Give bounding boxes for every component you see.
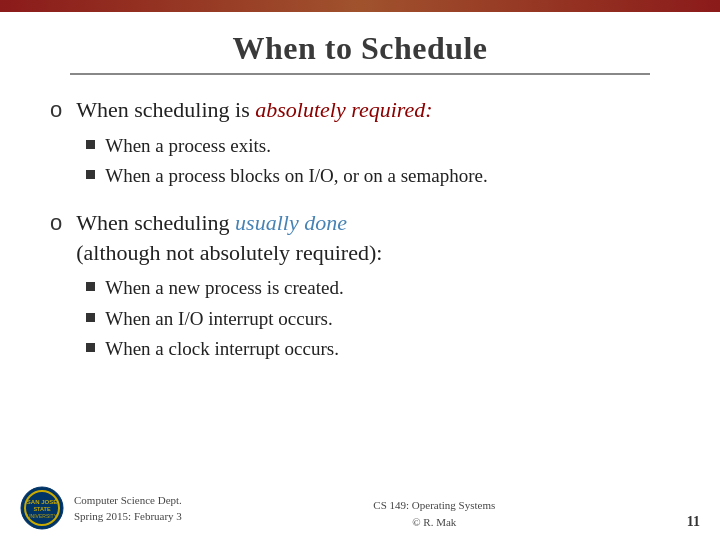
sub-bullet-square bbox=[86, 343, 95, 352]
sub-bullet-text-1-1: When a process exits. bbox=[105, 133, 271, 160]
sub-bullet-text-2-2: When an I/O interrupt occurs. bbox=[105, 306, 332, 333]
sub-bullet-text-1-2: When a process blocks on I/O, or on a se… bbox=[105, 163, 488, 190]
bullet-main-text-2: When scheduling usually done (although n… bbox=[76, 208, 670, 267]
sub-bullet-text-2-1: When a new process is created. bbox=[105, 275, 343, 302]
footer-dept: Computer Science Dept. Spring 2015: Febr… bbox=[74, 492, 182, 525]
sub-bullet-item: When a process blocks on I/O, or on a se… bbox=[86, 163, 670, 190]
content-area: o When scheduling is absolutely required… bbox=[0, 85, 720, 478]
title-area: When to Schedule bbox=[0, 12, 720, 85]
sub-bullet-item: When an I/O interrupt occurs. bbox=[86, 306, 670, 333]
bullet-section-1: o When scheduling is absolutely required… bbox=[50, 95, 670, 190]
sub-bullet-item: When a clock interrupt occurs. bbox=[86, 336, 670, 363]
bullet2-prefix: When scheduling bbox=[76, 210, 235, 235]
bullet-main-text-1: When scheduling is absolutely required: bbox=[76, 95, 670, 125]
sub-bullet-square bbox=[86, 313, 95, 322]
svg-text:SAN JOSÉ: SAN JOSÉ bbox=[27, 498, 57, 505]
sub-bullet-item: When a process exits. bbox=[86, 133, 670, 160]
top-bar bbox=[0, 0, 720, 12]
footer: SAN JOSÉ STATE UNIVERSITY Computer Scien… bbox=[0, 478, 720, 540]
footer-page-number: 11 bbox=[687, 514, 700, 530]
bullet2-suffix: (although not absolutely required): bbox=[76, 240, 382, 265]
sub-bullet-item: When a new process is created. bbox=[86, 275, 670, 302]
sub-bullet-square bbox=[86, 170, 95, 179]
sub-bullets-2: When a new process is created. When an I… bbox=[86, 275, 670, 363]
bullet1-prefix: When scheduling is bbox=[76, 97, 255, 122]
svg-text:STATE: STATE bbox=[33, 506, 51, 512]
footer-center: CS 149: Operating Systems © R. Mak bbox=[373, 497, 495, 530]
bullet-o-2: o bbox=[50, 210, 62, 236]
footer-left: SAN JOSÉ STATE UNIVERSITY Computer Scien… bbox=[20, 486, 182, 530]
svg-text:UNIVERSITY: UNIVERSITY bbox=[27, 513, 58, 519]
bullet-section-2: o When scheduling usually done (although… bbox=[50, 208, 670, 363]
sjsu-logo: SAN JOSÉ STATE UNIVERSITY bbox=[20, 486, 64, 530]
slide: When to Schedule o When scheduling is ab… bbox=[0, 0, 720, 540]
bullet1-highlight: absolutely required: bbox=[255, 97, 432, 122]
bullet-content-2: When scheduling usually done (although n… bbox=[76, 208, 670, 363]
sub-bullet-square bbox=[86, 282, 95, 291]
slide-title: When to Schedule bbox=[40, 30, 680, 67]
bullet-content-1: When scheduling is absolutely required: … bbox=[76, 95, 670, 190]
bullet-o-1: o bbox=[50, 97, 62, 123]
sub-bullets-1: When a process exits. When a process blo… bbox=[86, 133, 670, 190]
bullet2-highlight: usually done bbox=[235, 210, 347, 235]
sub-bullet-text-2-3: When a clock interrupt occurs. bbox=[105, 336, 339, 363]
sub-bullet-square bbox=[86, 140, 95, 149]
title-divider bbox=[70, 73, 650, 75]
